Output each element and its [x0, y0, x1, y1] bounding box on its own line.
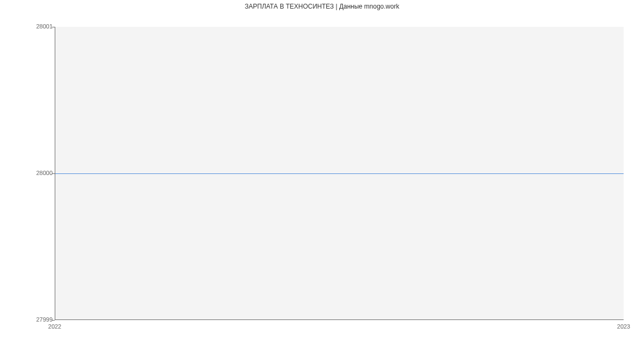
y-tick-label: 28001	[4, 23, 53, 30]
data-line	[55, 173, 624, 174]
x-tick-label: 2023	[617, 323, 630, 330]
y-tick-mark	[52, 320, 55, 321]
y-tick-label: 27999	[4, 316, 53, 323]
chart-container: ЗАРПЛАТА В ТЕХНОСИНТЕЗ | Данные mnogo.wo…	[0, 0, 644, 349]
chart-title: ЗАРПЛАТА В ТЕХНОСИНТЕЗ | Данные mnogo.wo…	[0, 3, 644, 10]
x-tick-label: 2022	[48, 323, 61, 330]
plot-area	[55, 27, 624, 320]
y-tick-label: 28000	[4, 170, 53, 176]
